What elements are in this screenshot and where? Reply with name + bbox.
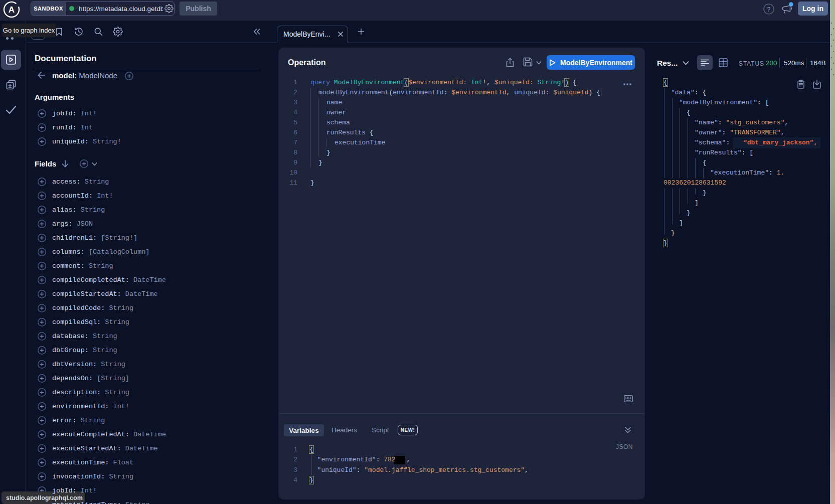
svg-text:?: ? [767, 6, 771, 13]
svg-text:A: A [9, 5, 15, 15]
